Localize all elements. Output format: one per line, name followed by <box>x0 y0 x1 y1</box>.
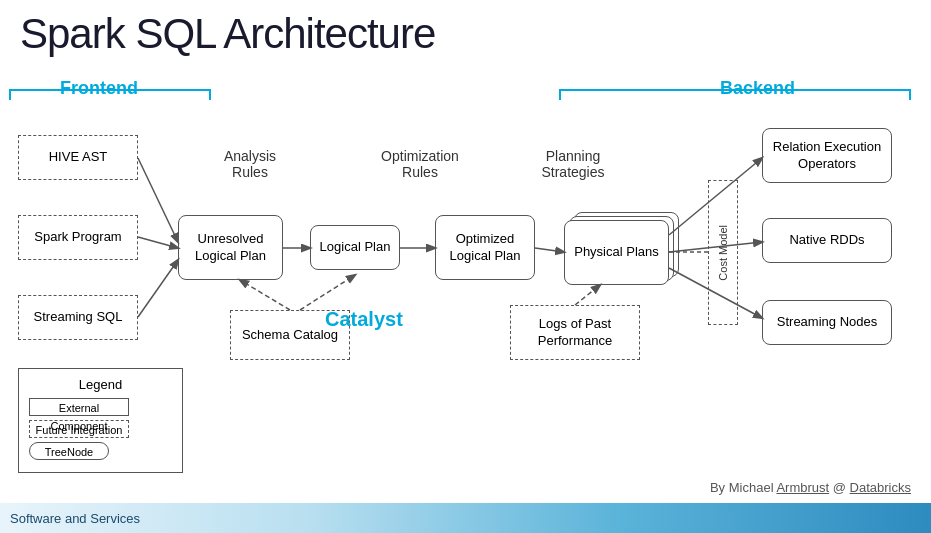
legend-external: External Component <box>29 398 172 416</box>
svg-line-5 <box>535 248 564 252</box>
relation-exec-box: Relation ExecutionOperators <box>762 128 892 183</box>
attribution-org: Databricks <box>850 480 911 495</box>
attribution-text: By Michael <box>710 480 776 495</box>
page: Spark SQL Architecture Frontend Backend … <box>0 0 931 533</box>
cost-model-box: Cost Model <box>708 180 738 325</box>
svg-line-10 <box>300 275 355 310</box>
attribution: By Michael Armbrust @ Databricks <box>710 480 911 495</box>
physical-plans-box: Physical Plans <box>564 220 669 285</box>
legend-treenode: TreeNode <box>29 442 172 460</box>
footer: Software and Services <box>0 503 931 533</box>
svg-line-0 <box>138 158 178 242</box>
unresolved-lp-box: UnresolvedLogical Plan <box>178 215 283 280</box>
footer-text: Software and Services <box>10 511 140 526</box>
analysis-rules-label: AnalysisRules <box>200 148 300 180</box>
optimized-lp-box: OptimizedLogical Plan <box>435 215 535 280</box>
legend-treenode-icon: TreeNode <box>29 442 109 460</box>
svg-line-9 <box>240 280 290 310</box>
page-title: Spark SQL Architecture <box>20 10 435 58</box>
logical-plan-box: Logical Plan <box>310 225 400 270</box>
svg-line-2 <box>138 260 178 317</box>
logs-past-box: Logs of PastPerformance <box>510 305 640 360</box>
legend-future: Future Integration <box>29 420 172 438</box>
frontend-label: Frontend <box>60 78 138 99</box>
optimization-rules-label: OptimizationRules <box>365 148 475 180</box>
svg-line-1 <box>138 237 178 248</box>
svg-line-11 <box>575 285 600 305</box>
legend-title: Legend <box>29 377 172 392</box>
legend-external-icon: External Component <box>29 398 129 416</box>
native-rdds-box: Native RDDs <box>762 218 892 263</box>
attribution-author: Armbrust <box>776 480 829 495</box>
planning-strategies-label: PlanningStrategies <box>518 148 628 180</box>
streaming-sql-box: Streaming SQL <box>18 295 138 340</box>
hive-ast-box: HIVE AST <box>18 135 138 180</box>
backend-label: Backend <box>720 78 795 99</box>
streaming-nodes-box: Streaming Nodes <box>762 300 892 345</box>
catalyst-label: Catalyst <box>325 308 403 331</box>
legend-future-icon: Future Integration <box>29 420 129 438</box>
legend-box: Legend External Component Future Integra… <box>18 368 183 473</box>
spark-program-box: Spark Program <box>18 215 138 260</box>
